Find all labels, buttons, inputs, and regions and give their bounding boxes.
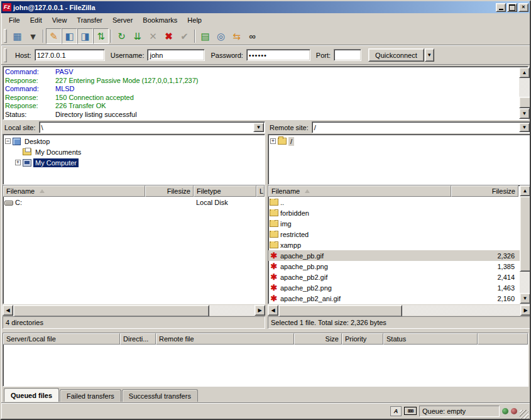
- remote-directory-tree[interactable]: + /: [268, 134, 531, 185]
- queue-tab[interactable]: Queued files: [4, 388, 59, 402]
- column-header[interactable]: Filesize: [145, 185, 194, 197]
- port-input[interactable]: [334, 49, 361, 61]
- resize-grip[interactable]: [520, 410, 528, 419]
- file-row[interactable]: ✱ apache_pb2_ani.gif 2,160: [268, 293, 530, 304]
- toggle-message-log-button[interactable]: ✎: [46, 28, 62, 44]
- file-row[interactable]: ✱ apache_pb.png 1,385: [268, 261, 530, 272]
- menu-item[interactable]: Transfer: [72, 14, 107, 26]
- scroll-left-button[interactable]: ◀: [3, 305, 13, 316]
- quickconnect-dropdown[interactable]: ▼: [425, 48, 434, 62]
- cancel-operation-button[interactable]: ✕: [145, 28, 161, 44]
- file-row[interactable]: C: Local Disk: [3, 197, 265, 207]
- message-log[interactable]: Command: PASV Response: 227 Entering Pas…: [3, 66, 528, 120]
- scroll-down-button[interactable]: ▼: [519, 108, 530, 119]
- column-header[interactable]: Size: [294, 333, 342, 345]
- column-header[interactable]: Filetype: [194, 185, 256, 197]
- expand-icon[interactable]: +: [270, 138, 276, 144]
- toggle-transfer-queue-button[interactable]: ⇅: [93, 28, 109, 44]
- file-row[interactable]: ✱ apache_pb.gif 2,326: [268, 250, 530, 261]
- toolbar-grip[interactable]: [4, 29, 7, 43]
- column-header[interactable]: Status: [383, 333, 478, 345]
- queue-tab[interactable]: Successful transfers: [122, 389, 198, 402]
- host-input[interactable]: [35, 49, 105, 61]
- open-site-manager-button[interactable]: ▦: [9, 28, 25, 44]
- tree-item-label[interactable]: /: [288, 137, 294, 146]
- transfer-queue[interactable]: Server/Local fileDirecti...Remote fileSi…: [3, 333, 528, 387]
- process-queue-button[interactable]: ⇊: [129, 28, 145, 44]
- file-row[interactable]: forbidden: [268, 207, 530, 218]
- file-row[interactable]: img: [268, 218, 530, 229]
- expand-icon[interactable]: +: [15, 160, 21, 165]
- file-row[interactable]: ✱ apache_pb2.png 1,463: [268, 282, 530, 293]
- column-header[interactable]: Remote file: [156, 333, 294, 345]
- remote-site-combo[interactable]: / ▼: [312, 121, 531, 133]
- collapse-icon[interactable]: −: [5, 138, 11, 144]
- minimize-button[interactable]: [496, 3, 506, 12]
- find-files-button[interactable]: ∞: [244, 28, 260, 44]
- scroll-right-button[interactable]: ▶: [255, 305, 265, 316]
- maximize-button[interactable]: [507, 3, 517, 12]
- disconnect-button[interactable]: ✖: [161, 28, 177, 44]
- column-header[interactable]: Filename: [3, 185, 145, 197]
- toggle-local-tree-button[interactable]: ◧: [62, 28, 77, 44]
- menu-item[interactable]: File: [4, 14, 25, 26]
- tree-item-label[interactable]: My Computer: [33, 158, 79, 167]
- menu-item[interactable]: Help: [182, 14, 207, 26]
- local-site-combo[interactable]: \ ▼: [39, 121, 265, 133]
- close-button[interactable]: ×: [518, 3, 528, 12]
- scroll-up-button[interactable]: ▲: [520, 185, 530, 196]
- quickconnect-button[interactable]: Quickconnect: [368, 48, 424, 62]
- directory-listing-filters-button[interactable]: ▤: [197, 28, 213, 44]
- column-header[interactable]: L: [256, 185, 265, 197]
- password-input[interactable]: [246, 49, 310, 61]
- toggle-remote-tree-button[interactable]: ◨: [77, 28, 93, 44]
- column-header[interactable]: Directi...: [120, 333, 156, 345]
- quickconnect-grip[interactable]: [4, 48, 7, 62]
- remote-vertical-scrollbar[interactable]: ▲ ▼: [520, 185, 530, 304]
- tree-item[interactable]: − Desktop: [4, 136, 265, 146]
- tree-item[interactable]: + /: [270, 136, 530, 146]
- menu-item[interactable]: View: [47, 14, 72, 26]
- menu-item[interactable]: Bookmarks: [138, 14, 182, 26]
- tree-item[interactable]: + My Computer: [4, 157, 265, 168]
- menu-item[interactable]: Edit: [25, 14, 47, 26]
- remote-site-dropdown[interactable]: ▼: [519, 123, 530, 132]
- log-scrollbar[interactable]: ▲ ▼: [519, 67, 530, 119]
- file-row[interactable]: ..: [268, 197, 530, 207]
- directory-comparison-button[interactable]: ◎: [213, 28, 229, 44]
- menu-item[interactable]: Server: [107, 14, 138, 26]
- scroll-right-button[interactable]: ▶: [520, 305, 531, 316]
- remote-horizontal-scrollbar[interactable]: ◀ ▶: [268, 305, 531, 316]
- local-file-list[interactable]: Filename Filesize Filetype L: [3, 185, 265, 304]
- tree-item-label[interactable]: Desktop: [23, 137, 52, 146]
- local-directory-tree[interactable]: − Desktop My Documents: [3, 134, 265, 185]
- synchronized-browsing-button[interactable]: ⇆: [229, 28, 244, 44]
- reconnect-button[interactable]: ✔: [177, 28, 192, 44]
- remote-file-list[interactable]: Filename Filesize ..: [268, 185, 531, 304]
- scrollbar-thumb[interactable]: [278, 305, 402, 317]
- file-row[interactable]: ✱ apache_pb2.gif 2,414: [268, 272, 530, 282]
- speed-limits-icon[interactable]: 888: [404, 407, 417, 415]
- column-header[interactable]: Server/Local file: [3, 333, 120, 345]
- scrollbar-thumb[interactable]: [520, 196, 531, 272]
- site-manager-dropdown[interactable]: ▾: [25, 28, 41, 44]
- refresh-button[interactable]: ↻: [114, 28, 129, 44]
- toolbar-separator: [194, 30, 195, 43]
- file-row[interactable]: xampp: [268, 240, 530, 250]
- column-header[interactable]: Priority: [342, 333, 383, 345]
- scroll-left-button[interactable]: ◀: [268, 305, 278, 316]
- scrollbar-thumb[interactable]: [13, 305, 209, 317]
- username-input[interactable]: [147, 49, 205, 61]
- tree-item[interactable]: My Documents: [4, 146, 265, 157]
- column-header[interactable]: Filesize: [451, 185, 518, 197]
- scroll-up-button[interactable]: ▲: [519, 67, 530, 78]
- scrollbar-thumb[interactable]: [519, 97, 531, 108]
- tree-item-label[interactable]: My Documents: [33, 148, 83, 157]
- local-site-dropdown[interactable]: ▼: [253, 123, 264, 132]
- scroll-down-button[interactable]: ▼: [520, 293, 530, 304]
- raw-directory-listing-icon[interactable]: A: [390, 406, 402, 416]
- local-horizontal-scrollbar[interactable]: ◀ ▶: [3, 305, 265, 316]
- column-header[interactable]: Filename: [268, 185, 451, 197]
- file-row[interactable]: restricted: [268, 229, 530, 240]
- queue-tab[interactable]: Failed transfers: [60, 389, 121, 402]
